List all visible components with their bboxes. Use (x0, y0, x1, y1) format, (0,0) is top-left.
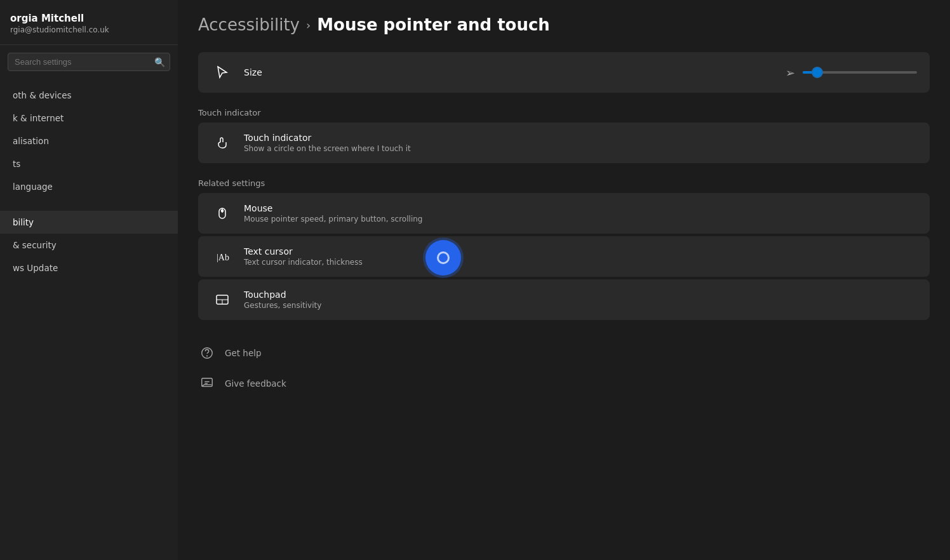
size-label: Size (244, 67, 775, 77)
size-card: Size ➢ (198, 52, 930, 93)
user-name: orgia Mitchell (10, 13, 168, 24)
touch-indicator-subtitle: Show a circle on the screen where I touc… (244, 144, 907, 153)
touch-svg (215, 135, 230, 150)
mouse-title: Mouse (244, 203, 917, 213)
mouse-icon (211, 202, 234, 225)
touch-indicator-card[interactable]: Touch indicator Show a circle on the scr… (198, 123, 930, 163)
text-cursor-text: Text cursor Text cursor indicator, thick… (244, 246, 917, 267)
mouse-svg (215, 206, 230, 221)
search-input[interactable] (8, 53, 170, 71)
text-cursor-svg: |Ab (215, 249, 230, 264)
text-cursor-title: Text cursor (244, 246, 917, 257)
main-content: Accessibility › Mouse pointer and touch … (178, 0, 950, 560)
breadcrumb-parent[interactable]: Accessibility (198, 15, 300, 34)
mouse-subtitle: Mouse pointer speed, primary button, scr… (244, 215, 917, 223)
sidebar-item-network[interactable]: k & internet (0, 107, 178, 130)
touchpad-svg (215, 292, 230, 307)
sidebar-item-accounts[interactable]: ts (0, 152, 178, 175)
touchpad-icon (211, 288, 234, 311)
sidebar-item-bluetooth[interactable]: oth & devices (0, 84, 178, 107)
get-help-icon (198, 344, 216, 362)
cursor-icon (211, 61, 234, 84)
sidebar-item-localisation[interactable]: alisation (0, 130, 178, 152)
mouse-card[interactable]: Mouse Mouse pointer speed, primary butto… (198, 193, 930, 234)
sidebar-item-security[interactable]: & security (0, 234, 178, 257)
size-slider-container (803, 71, 917, 74)
touch-icon (211, 131, 234, 154)
sidebar-item-gaming[interactable] (0, 198, 178, 211)
sidebar-nav: oth & devices k & internet alisation ts … (0, 79, 178, 560)
svg-text:|Ab: |Ab (217, 253, 229, 262)
get-help-label: Get help (225, 348, 262, 358)
text-cursor-card[interactable]: |Ab Text cursor Text cursor indicator, t… (198, 236, 930, 277)
sidebar-item-accessibility[interactable]: bility (0, 211, 178, 234)
svg-point-2 (222, 210, 224, 212)
cursor-right-icon: ➢ (786, 66, 795, 79)
breadcrumb-chevron: › (306, 18, 311, 32)
related-settings-heading: Related settings (198, 178, 930, 188)
give-feedback-item[interactable]: Give feedback (198, 368, 930, 399)
mouse-text: Mouse Mouse pointer speed, primary butto… (244, 203, 917, 223)
touchpad-subtitle: Gestures, sensitivity (244, 301, 917, 310)
give-feedback-icon (198, 375, 216, 392)
touchpad-text: Touchpad Gestures, sensitivity (244, 290, 917, 310)
size-right: ➢ (786, 66, 917, 79)
text-cursor-icon: |Ab (211, 245, 234, 268)
touch-indicator-text: Touch indicator Show a circle on the scr… (244, 133, 907, 153)
text-cursor-subtitle: Text cursor indicator, thickness (244, 258, 917, 267)
touch-indicator-title: Touch indicator (244, 133, 907, 143)
touch-indicator-heading: Touch indicator (198, 108, 930, 117)
get-help-item[interactable]: Get help (198, 338, 930, 368)
help-section: Get help Give feedback (198, 338, 930, 399)
user-email: rgia@studiomitchell.co.uk (10, 25, 168, 34)
sidebar-item-language[interactable]: language (0, 175, 178, 198)
breadcrumb: Accessibility › Mouse pointer and touch (198, 15, 930, 34)
svg-point-8 (207, 356, 208, 356)
sidebar: orgia Mitchell rgia@studiomitchell.co.uk… (0, 0, 178, 560)
size-slider-track[interactable] (803, 71, 917, 74)
size-slider-thumb[interactable] (812, 67, 823, 78)
search-icon: 🔍 (154, 57, 165, 67)
give-feedback-label: Give feedback (225, 378, 286, 389)
touchpad-card[interactable]: Touchpad Gestures, sensitivity (198, 279, 930, 320)
search-container: 🔍 (8, 53, 170, 71)
sidebar-item-windows-update[interactable]: ws Update (0, 257, 178, 279)
cursor-svg (215, 65, 230, 80)
user-profile: orgia Mitchell rgia@studiomitchell.co.uk (0, 0, 178, 45)
touchpad-title: Touchpad (244, 290, 917, 300)
breadcrumb-current: Mouse pointer and touch (317, 15, 550, 34)
